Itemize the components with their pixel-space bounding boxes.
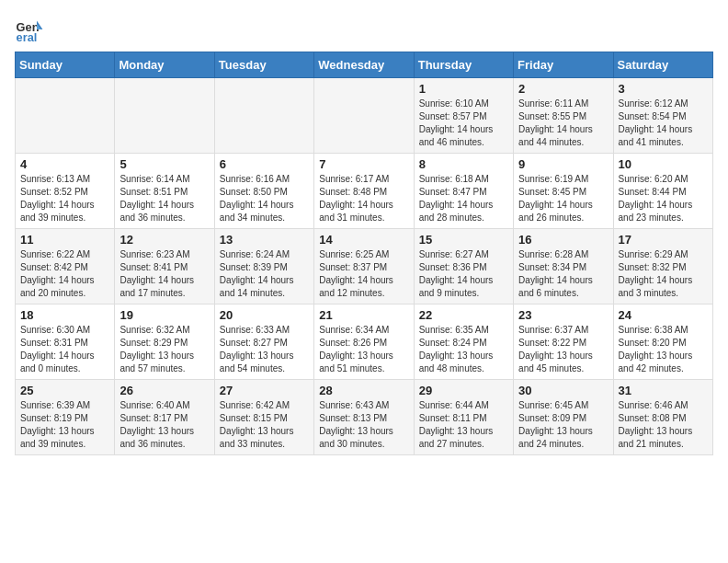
day-number: 25 <box>20 384 109 397</box>
calendar-table: SundayMondayTuesdayWednesdayThursdayFrid… <box>15 52 713 455</box>
day-number: 5 <box>119 157 209 171</box>
day-info: Sunrise: 6:30 AM Sunset: 8:31 PM Dayligh… <box>20 324 109 375</box>
day-number: 18 <box>20 308 109 322</box>
day-info: Sunrise: 6:27 AM Sunset: 8:36 PM Dayligh… <box>419 248 508 300</box>
day-number: 14 <box>319 233 408 247</box>
day-info: Sunrise: 6:14 AM Sunset: 8:51 PM Dayligh… <box>119 173 209 224</box>
weekday-header-thursday: Thursday <box>414 52 513 78</box>
day-number: 23 <box>518 308 608 322</box>
calendar-cell: 24Sunrise: 6:38 AM Sunset: 8:20 PM Dayli… <box>613 304 712 380</box>
day-number: 27 <box>220 384 309 397</box>
day-info: Sunrise: 6:24 AM Sunset: 8:39 PM Dayligh… <box>220 248 309 300</box>
day-number: 7 <box>319 157 408 171</box>
calendar-cell: 7Sunrise: 6:17 AM Sunset: 8:48 PM Daylig… <box>314 154 414 229</box>
day-info: Sunrise: 6:17 AM Sunset: 8:48 PM Dayligh… <box>319 173 408 224</box>
day-info: Sunrise: 6:29 AM Sunset: 8:32 PM Dayligh… <box>619 248 708 300</box>
svg-text:eral: eral <box>17 30 38 44</box>
day-info: Sunrise: 6:35 AM Sunset: 8:24 PM Dayligh… <box>419 324 508 375</box>
calendar-cell: 18Sunrise: 6:30 AM Sunset: 8:31 PM Dayli… <box>16 304 115 380</box>
day-info: Sunrise: 6:22 AM Sunset: 8:42 PM Dayligh… <box>20 248 109 300</box>
day-info: Sunrise: 6:46 AM Sunset: 8:08 PM Dayligh… <box>619 399 708 451</box>
day-info: Sunrise: 6:39 AM Sunset: 8:19 PM Dayligh… <box>20 399 109 451</box>
day-info: Sunrise: 6:18 AM Sunset: 8:47 PM Dayligh… <box>419 173 508 224</box>
calendar-cell <box>214 78 313 154</box>
day-number: 16 <box>518 233 608 247</box>
calendar-cell: 19Sunrise: 6:32 AM Sunset: 8:29 PM Dayli… <box>115 304 214 380</box>
day-number: 20 <box>220 308 309 322</box>
day-number: 19 <box>119 308 209 322</box>
day-number: 8 <box>419 157 508 171</box>
calendar-week-2: 4Sunrise: 6:13 AM Sunset: 8:52 PM Daylig… <box>16 154 713 229</box>
weekday-header-friday: Friday <box>514 52 613 78</box>
day-info: Sunrise: 6:38 AM Sunset: 8:20 PM Dayligh… <box>619 324 708 375</box>
day-number: 29 <box>419 384 508 397</box>
day-info: Sunrise: 6:43 AM Sunset: 8:13 PM Dayligh… <box>319 399 408 451</box>
calendar-week-5: 25Sunrise: 6:39 AM Sunset: 8:19 PM Dayli… <box>16 380 713 455</box>
day-number: 24 <box>619 308 708 322</box>
logo-icon: Gen eral <box>15 15 44 44</box>
weekday-header-monday: Monday <box>115 52 214 78</box>
day-number: 17 <box>619 233 708 247</box>
calendar-header-row: SundayMondayTuesdayWednesdayThursdayFrid… <box>16 52 713 78</box>
page-header: Gen eral <box>15 15 713 44</box>
day-info: Sunrise: 6:20 AM Sunset: 8:44 PM Dayligh… <box>619 173 708 224</box>
calendar-cell: 31Sunrise: 6:46 AM Sunset: 8:08 PM Dayli… <box>613 380 712 455</box>
calendar-cell: 3Sunrise: 6:12 AM Sunset: 8:54 PM Daylig… <box>613 78 712 154</box>
calendar-cell: 14Sunrise: 6:25 AM Sunset: 8:37 PM Dayli… <box>314 229 414 304</box>
calendar-cell: 16Sunrise: 6:28 AM Sunset: 8:34 PM Dayli… <box>514 229 613 304</box>
day-info: Sunrise: 6:37 AM Sunset: 8:22 PM Dayligh… <box>518 324 608 375</box>
calendar-week-3: 11Sunrise: 6:22 AM Sunset: 8:42 PM Dayli… <box>16 229 713 304</box>
day-info: Sunrise: 6:12 AM Sunset: 8:54 PM Dayligh… <box>619 98 708 149</box>
calendar-cell: 13Sunrise: 6:24 AM Sunset: 8:39 PM Dayli… <box>214 229 313 304</box>
day-info: Sunrise: 6:11 AM Sunset: 8:55 PM Dayligh… <box>518 98 608 149</box>
calendar-week-1: 1Sunrise: 6:10 AM Sunset: 8:57 PM Daylig… <box>16 78 713 154</box>
calendar-cell: 17Sunrise: 6:29 AM Sunset: 8:32 PM Dayli… <box>613 229 712 304</box>
calendar-cell: 8Sunrise: 6:18 AM Sunset: 8:47 PM Daylig… <box>414 154 513 229</box>
calendar-cell <box>314 78 414 154</box>
calendar-cell: 2Sunrise: 6:11 AM Sunset: 8:55 PM Daylig… <box>514 78 613 154</box>
day-info: Sunrise: 6:40 AM Sunset: 8:17 PM Dayligh… <box>119 399 209 451</box>
logo: Gen eral <box>15 15 48 44</box>
calendar-cell: 21Sunrise: 6:34 AM Sunset: 8:26 PM Dayli… <box>314 304 414 380</box>
calendar-cell: 10Sunrise: 6:20 AM Sunset: 8:44 PM Dayli… <box>613 154 712 229</box>
calendar-cell: 23Sunrise: 6:37 AM Sunset: 8:22 PM Dayli… <box>514 304 613 380</box>
weekday-header-saturday: Saturday <box>613 52 712 78</box>
day-number: 15 <box>419 233 508 247</box>
day-number: 3 <box>619 82 708 96</box>
calendar-cell: 1Sunrise: 6:10 AM Sunset: 8:57 PM Daylig… <box>414 78 513 154</box>
day-info: Sunrise: 6:13 AM Sunset: 8:52 PM Dayligh… <box>20 173 109 224</box>
calendar-cell: 6Sunrise: 6:16 AM Sunset: 8:50 PM Daylig… <box>214 154 313 229</box>
calendar-week-4: 18Sunrise: 6:30 AM Sunset: 8:31 PM Dayli… <box>16 304 713 380</box>
day-info: Sunrise: 6:44 AM Sunset: 8:11 PM Dayligh… <box>419 399 508 451</box>
day-number: 11 <box>20 233 109 247</box>
calendar-cell: 28Sunrise: 6:43 AM Sunset: 8:13 PM Dayli… <box>314 380 414 455</box>
calendar-cell <box>115 78 214 154</box>
day-info: Sunrise: 6:25 AM Sunset: 8:37 PM Dayligh… <box>319 248 408 300</box>
day-number: 26 <box>119 384 209 397</box>
calendar-cell: 26Sunrise: 6:40 AM Sunset: 8:17 PM Dayli… <box>115 380 214 455</box>
weekday-header-wednesday: Wednesday <box>314 52 414 78</box>
day-number: 2 <box>518 82 608 96</box>
calendar-cell: 4Sunrise: 6:13 AM Sunset: 8:52 PM Daylig… <box>16 154 115 229</box>
day-info: Sunrise: 6:19 AM Sunset: 8:45 PM Dayligh… <box>518 173 608 224</box>
calendar-cell: 9Sunrise: 6:19 AM Sunset: 8:45 PM Daylig… <box>514 154 613 229</box>
day-number: 28 <box>319 384 408 397</box>
calendar-cell <box>16 78 115 154</box>
calendar-cell: 5Sunrise: 6:14 AM Sunset: 8:51 PM Daylig… <box>115 154 214 229</box>
day-number: 31 <box>619 384 708 397</box>
day-number: 22 <box>419 308 508 322</box>
calendar-cell: 11Sunrise: 6:22 AM Sunset: 8:42 PM Dayli… <box>16 229 115 304</box>
day-info: Sunrise: 6:45 AM Sunset: 8:09 PM Dayligh… <box>518 399 608 451</box>
day-info: Sunrise: 6:32 AM Sunset: 8:29 PM Dayligh… <box>119 324 209 375</box>
day-number: 9 <box>518 157 608 171</box>
day-number: 12 <box>119 233 209 247</box>
weekday-header-tuesday: Tuesday <box>214 52 313 78</box>
day-info: Sunrise: 6:28 AM Sunset: 8:34 PM Dayligh… <box>518 248 608 300</box>
day-info: Sunrise: 6:10 AM Sunset: 8:57 PM Dayligh… <box>419 98 508 149</box>
day-number: 4 <box>20 157 109 171</box>
calendar-cell: 30Sunrise: 6:45 AM Sunset: 8:09 PM Dayli… <box>514 380 613 455</box>
day-number: 10 <box>619 157 708 171</box>
day-number: 30 <box>518 384 608 397</box>
day-info: Sunrise: 6:34 AM Sunset: 8:26 PM Dayligh… <box>319 324 408 375</box>
calendar-cell: 12Sunrise: 6:23 AM Sunset: 8:41 PM Dayli… <box>115 229 214 304</box>
